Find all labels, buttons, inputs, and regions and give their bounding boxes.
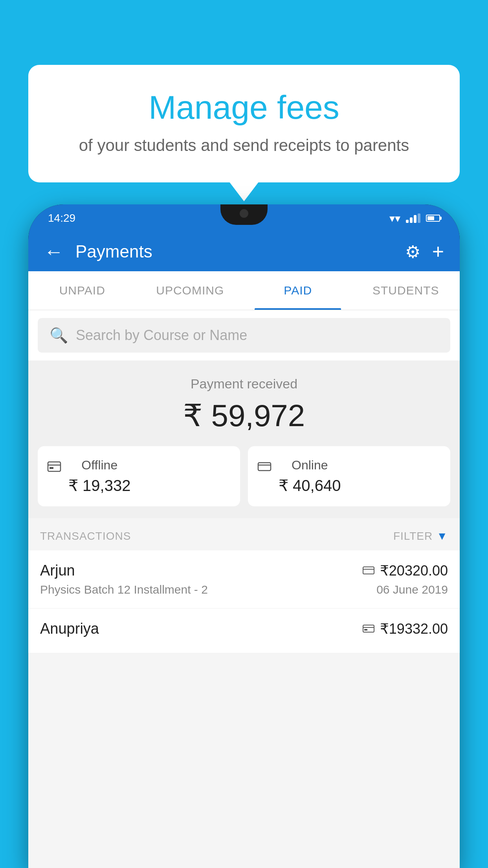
tab-paid[interactable]: PAID: [244, 271, 352, 310]
search-input[interactable]: Search by Course or Name: [76, 327, 247, 344]
transaction-amount: ₹20320.00: [380, 563, 448, 579]
transaction-name: Anupriya: [40, 620, 99, 637]
signal-icon: [406, 213, 420, 223]
transaction-amount-row: ₹19332.00: [363, 621, 448, 637]
search-container: 🔍 Search by Course or Name: [28, 310, 460, 360]
transaction-date: 06 June 2019: [376, 583, 448, 596]
transaction-row-top: Arjun ₹20320.00: [40, 562, 448, 579]
phone-screen: UNPAID UPCOMING PAID STUDENTS 🔍 Search b…: [28, 271, 460, 868]
phone-frame: 14:29 ▾▾ ← Payments ⚙ + UNPA: [28, 204, 460, 868]
app-title: Payments: [75, 242, 405, 261]
phone-notch: [220, 204, 268, 225]
status-bar: 14:29 ▾▾: [28, 204, 460, 232]
online-label: Online: [279, 458, 341, 473]
online-payment-card: Online ₹ 40,640: [248, 446, 450, 506]
settings-icon[interactable]: ⚙: [405, 242, 420, 262]
svg-rect-5: [363, 567, 374, 574]
tab-unpaid[interactable]: UNPAID: [28, 271, 136, 310]
offline-payment-icon: [363, 622, 374, 636]
offline-payment-card: Offline ₹ 19,332: [38, 446, 240, 506]
svg-rect-7: [363, 625, 374, 632]
offline-icon: [47, 460, 61, 477]
transaction-amount-row: ₹20320.00: [363, 563, 448, 579]
transaction-row-top: Anupriya ₹19332.00: [40, 620, 448, 637]
wifi-icon: ▾▾: [389, 212, 400, 225]
online-amount: ₹ 40,640: [279, 476, 341, 495]
phone-camera: [240, 209, 248, 218]
svg-rect-0: [48, 462, 61, 471]
online-icon: [257, 460, 272, 477]
filter-icon: ▼: [437, 530, 448, 542]
battery-icon: [426, 215, 440, 222]
speech-bubble: Manage fees of your students and send re…: [28, 65, 460, 182]
table-row[interactable]: Anupriya ₹19332.00: [28, 609, 460, 653]
search-bar[interactable]: 🔍 Search by Course or Name: [38, 318, 450, 353]
payment-cards: Offline ₹ 19,332 Online ₹ 40,640: [28, 446, 460, 506]
offline-card-info: Offline ₹ 19,332: [68, 458, 130, 495]
table-row[interactable]: Arjun ₹20320.00 Physics Batch 12 Install…: [28, 550, 460, 609]
svg-rect-9: [364, 629, 367, 631]
tab-students[interactable]: STUDENTS: [352, 271, 460, 310]
transaction-row-bottom: Physics Batch 12 Installment - 2 06 June…: [40, 583, 448, 596]
online-payment-icon: [363, 564, 374, 577]
transaction-name: Arjun: [40, 562, 75, 579]
payment-total-amount: ₹ 59,972: [28, 398, 460, 434]
tabs-bar: UNPAID UPCOMING PAID STUDENTS: [28, 271, 460, 310]
offline-label: Offline: [68, 458, 130, 473]
svg-rect-2: [50, 467, 53, 469]
transaction-amount: ₹19332.00: [380, 621, 448, 637]
svg-rect-3: [258, 463, 271, 471]
filter-button[interactable]: FILTER ▼: [393, 530, 448, 542]
speech-bubble-subtitle: of your students and send receipts to pa…: [52, 136, 436, 155]
status-time: 14:29: [48, 212, 75, 224]
online-card-info: Online ₹ 40,640: [279, 458, 341, 495]
filter-label: FILTER: [393, 530, 433, 542]
speech-bubble-title: Manage fees: [52, 88, 436, 127]
tab-upcoming[interactable]: UPCOMING: [136, 271, 244, 310]
payment-received-section: Payment received ₹ 59,972 Offline ₹ 19,3…: [28, 360, 460, 518]
status-icons: ▾▾: [389, 212, 440, 225]
back-button[interactable]: ←: [44, 240, 64, 263]
transactions-header: TRANSACTIONS FILTER ▼: [28, 518, 460, 550]
app-header: ← Payments ⚙ +: [28, 232, 460, 271]
transactions-label: TRANSACTIONS: [40, 530, 131, 542]
offline-amount: ₹ 19,332: [68, 476, 130, 495]
search-icon: 🔍: [50, 327, 68, 344]
transaction-course: Physics Batch 12 Installment - 2: [40, 583, 208, 596]
payment-received-label: Payment received: [28, 376, 460, 392]
add-button[interactable]: +: [432, 240, 444, 263]
